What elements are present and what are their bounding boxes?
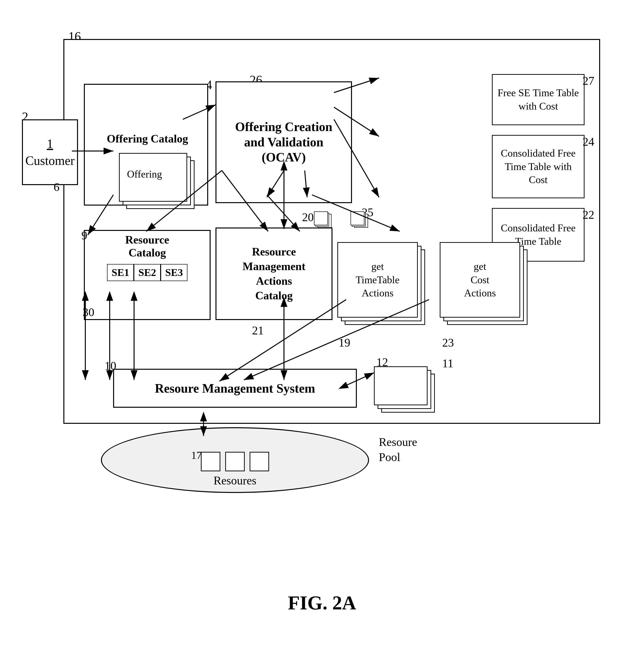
doc-icon-20 bbox=[313, 211, 335, 231]
svg-rect-5 bbox=[351, 212, 364, 225]
label-27: 27 bbox=[582, 74, 594, 88]
res-square-2 bbox=[225, 452, 245, 471]
customer-label: Customer bbox=[25, 153, 75, 168]
rp-page-3 bbox=[374, 366, 428, 405]
res-square-3 bbox=[250, 452, 269, 471]
rms-box: Resoure Management System bbox=[113, 369, 357, 408]
fig-label: FIG. 2A bbox=[288, 592, 356, 614]
rp-stack bbox=[374, 366, 437, 415]
free-se-label: Free SE Time Table with Cost bbox=[495, 86, 581, 113]
rmac-label: ResourceManagementActionsCatalog bbox=[243, 245, 305, 303]
label-10: 10 bbox=[105, 359, 116, 372]
resource-catalog-label: ResourceCatalog bbox=[85, 233, 210, 259]
resources-squares bbox=[201, 452, 269, 471]
se1-cell: SE1 bbox=[107, 264, 134, 281]
cost-stack: getCostActions bbox=[440, 242, 532, 335]
service-provider-box: 4 26 Offering Catalog Offering 7 Offerin… bbox=[63, 39, 600, 424]
resources-label: Resoures bbox=[213, 474, 256, 487]
doc-icon-25 bbox=[349, 211, 371, 231]
offering-stack: Offering bbox=[119, 153, 207, 221]
label-30: 30 bbox=[83, 306, 94, 319]
resource-catalog-box: ResourceCatalog SE1 SE2 SE3 bbox=[84, 230, 211, 320]
label-9: 9 bbox=[82, 229, 87, 242]
label-12: 12 bbox=[376, 355, 388, 369]
rmac-box: ResourceManagementActionsCatalog bbox=[215, 227, 332, 320]
consol-cost-box: Consolidated Free Time Table with Cost bbox=[492, 135, 584, 198]
cost-page-3: getCostActions bbox=[440, 242, 520, 318]
label-17: 17 bbox=[191, 449, 202, 462]
res-square-1 bbox=[201, 452, 220, 471]
label-6: 6 bbox=[54, 180, 60, 194]
free-se-box: Free SE Time Table with Cost bbox=[492, 74, 584, 125]
se2-cell: SE2 bbox=[134, 264, 161, 281]
offering-catalog-label: Offering Catalog bbox=[107, 132, 188, 145]
offering-catalog-box: Offering Catalog Offering bbox=[84, 84, 208, 205]
consol-cost-label: Consolidated Free Time Table with Cost bbox=[495, 147, 581, 187]
timetable-stack: getTimeTableActions bbox=[337, 242, 430, 335]
customer-box: 1 Customer bbox=[22, 119, 78, 185]
se-row: SE1 SE2 SE3 bbox=[85, 264, 210, 281]
resources-ellipse: Resoures bbox=[101, 427, 369, 493]
se3-cell: SE3 bbox=[161, 264, 187, 281]
resource-pool-label: ResourePool bbox=[379, 435, 417, 465]
timetable-label: getTimeTableActions bbox=[355, 260, 399, 300]
offering-label: Offering bbox=[127, 168, 162, 180]
label-11: 11 bbox=[442, 357, 453, 370]
cost-label: getCostActions bbox=[464, 260, 496, 300]
label-20: 20 bbox=[302, 211, 314, 224]
ocav-label: Offering Creationand Validation(OCAV) bbox=[235, 119, 332, 165]
timetable-page-3: getTimeTableActions bbox=[337, 242, 418, 318]
label-19: 19 bbox=[339, 336, 350, 349]
label-21: 21 bbox=[252, 324, 264, 337]
label-22: 22 bbox=[582, 208, 594, 221]
label-24: 24 bbox=[582, 135, 594, 148]
ocav-box: Offering Creationand Validation(OCAV) bbox=[215, 81, 352, 203]
svg-rect-2 bbox=[314, 212, 328, 225]
diagram-container: 16 18 ServiceProvider 4 26 Offering Cata… bbox=[15, 15, 629, 629]
label-23: 23 bbox=[442, 336, 454, 349]
customer-number: 1 bbox=[47, 137, 53, 151]
offering-page-3: Offering bbox=[119, 153, 187, 202]
rms-label: Resoure Management System bbox=[155, 381, 315, 395]
